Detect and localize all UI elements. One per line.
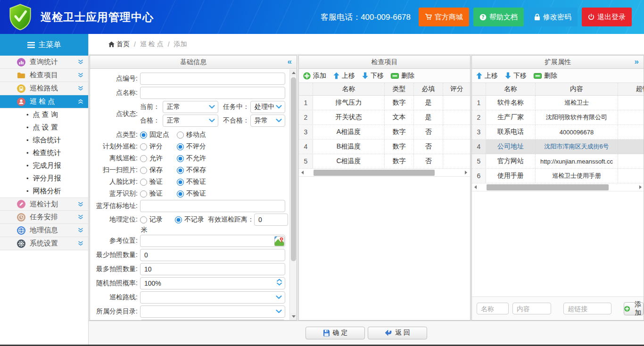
move-down-button[interactable]: 下移 [505,72,527,80]
logout-button[interactable]: 退出登录 [582,8,632,26]
sidebar-item-label: 系统设置 [30,239,78,248]
radio-scan-save[interactable]: 保存 [140,166,177,174]
scroll-right-button[interactable] [636,183,644,191]
add-property-button[interactable]: 添加 [624,302,644,315]
add-button[interactable]: 添加 [303,72,326,80]
table-row[interactable]: 1 软件名称 巡检卫士 [472,96,644,110]
sidebar-item-points[interactable]: 巡 检 点 [0,95,88,108]
sidebar-subitem-point-query[interactable]: •点 查 询 [0,108,88,121]
radio-offline-allow[interactable]: 允许 [140,154,177,163]
breadcrumb-home[interactable]: 首页 [108,40,130,49]
beacon-label: 蓝牙信标地址: [93,202,140,210]
radio-face-noverify[interactable]: 不验证 [177,178,217,186]
move-up-button[interactable]: 上移 [476,72,498,80]
fail-status-select[interactable]: 异常 [250,115,285,127]
sidebar-subitem-overall-stats[interactable]: •综合统计 [0,134,88,147]
scroll-left-button[interactable] [299,169,307,177]
scroll-down-button[interactable] [290,313,297,320]
sidebar-item-plans[interactable]: 巡检计划 [0,198,88,211]
confirm-button[interactable]: 确 定 [305,327,365,339]
folder-icon [17,71,25,80]
scrollbar-thumb[interactable] [291,77,296,261]
sidebar-item-routes[interactable]: 巡检路线 [0,82,88,95]
sidebar-item-check-items[interactable]: 检查项目 [0,69,88,82]
delete-button[interactable]: 删除 [391,72,414,80]
delete-button[interactable]: 删除 [534,72,557,80]
radio-bt-noverify[interactable]: 不验证 [177,189,217,198]
ext-props-horizontal-scrollbar[interactable] [472,183,644,191]
chevron-down-icon [276,105,282,109]
point-name-input[interactable] [140,87,285,99]
extra-input[interactable] [140,320,285,320]
sidebar-item-tasks[interactable]: 任务安排 [0,211,88,224]
scrollbar-thumb[interactable] [487,184,609,190]
expand-right-icon[interactable]: » [635,57,639,66]
prop-content-input[interactable] [512,303,551,314]
radio-geo-record[interactable]: 记录 [140,215,175,224]
table-row[interactable]: 5 C相温度 数字 否 [299,154,470,169]
in-task-status-select[interactable]: 处理中 [250,101,285,113]
point-code-input[interactable] [140,73,285,85]
beacon-address-input[interactable] [140,200,285,212]
table-row[interactable]: 3 联系电话 4000096678 [472,125,644,140]
radio-bt-verify[interactable]: 验证 [140,189,177,198]
sidebar-subitem-monthly-score[interactable]: •评分月报 [0,172,88,185]
home-icon [108,41,115,47]
scrollbar-thumb[interactable] [314,170,435,176]
radio-offline-deny[interactable]: 不允许 [177,154,217,163]
prop-link-input[interactable] [563,303,611,314]
radio-unplanned-noscore[interactable]: 不评分 [177,142,217,151]
random-photo-input[interactable] [140,277,285,289]
route-select[interactable] [140,291,285,304]
scroll-right-button[interactable] [462,169,470,177]
table-row[interactable]: 2 生产厂家 沈阳明致软件有限公司 [472,110,644,125]
basic-info-panel: 基础信息 « 点编号: 点名称: 点状态: 当前： 正 [90,55,297,321]
table-row[interactable]: 1 排气压力 数字 是 [299,96,470,110]
sidebar-subitem-grid-analysis[interactable]: •网格分析 [0,185,88,198]
move-up-button[interactable]: 上移 [333,72,355,80]
sidebar-item-geo-info[interactable]: 地理信息 [0,224,88,237]
table-row[interactable]: 2 开关状态 文本 是 [299,110,470,125]
change-password-button[interactable]: 修改密码 [528,8,578,26]
table-row[interactable]: 6 使用手册 巡检卫士使用手册 [472,169,644,183]
number-stepper[interactable] [277,279,282,286]
sidebar-item-system-settings[interactable]: 系统设置 [0,237,88,250]
pass-status-select[interactable]: 正常 [163,115,218,127]
category-select[interactable] [140,305,285,318]
sidebar-subitem-point-settings[interactable]: •点 设 置 [0,121,88,134]
radio-geo-norecord[interactable]: 不记录 [175,215,208,224]
point-status-label: 点状态: [93,110,140,118]
sidebar-subitem-check-stats[interactable]: •检查统计 [0,147,88,159]
ext-props-header: 扩展属性 » [472,56,644,69]
breadcrumb-section[interactable]: 巡 检 点 [140,40,164,49]
radio-fixed-point[interactable]: 固定点 [140,131,177,139]
table-row-selected[interactable]: 4 公司地址 沈阳市浑南区天成街6号 [472,140,644,154]
category-label: 所属分类目录: [93,307,140,316]
official-shop-button[interactable]: 官方商城 [419,8,469,26]
form-vertical-scrollbar[interactable] [289,69,297,320]
ref-location-input[interactable] [140,235,285,247]
map-picker-icon[interactable] [274,236,284,246]
prop-name-input[interactable] [477,303,509,314]
distance-input[interactable] [254,214,288,226]
radio-face-verify[interactable]: 验证 [140,178,177,186]
table-row[interactable]: 3 A相温度 数字 否 [299,125,470,140]
collapse-left-icon[interactable]: « [288,57,292,66]
plus-icon [303,72,311,80]
move-down-button[interactable]: 下移 [362,72,384,80]
back-button[interactable]: 返 回 [368,327,427,339]
sidebar-item-query-stats[interactable]: 查询统计 [0,56,88,69]
table-row[interactable]: 4 B相温度 数字 否 [299,140,470,154]
min-photos-input[interactable] [140,249,285,261]
check-items-horizontal-scrollbar[interactable] [299,169,470,177]
radio-unplanned-score[interactable]: 评分 [140,142,177,151]
sidebar-subitem-monthly-complete[interactable]: •完成月报 [0,159,88,172]
max-photos-input[interactable] [140,263,285,275]
radio-scan-nosave[interactable]: 不保存 [177,166,217,174]
help-docs-button[interactable]: ? 帮助文档 [473,8,524,26]
table-row[interactable]: 5 官方网站 http://xunjian.meanssoft.cc [472,154,644,169]
scroll-left-button[interactable] [472,183,480,191]
current-status-select[interactable]: 正常 [163,101,218,113]
scroll-up-button[interactable] [290,69,297,76]
radio-mobile-point[interactable]: 移动点 [177,131,217,139]
